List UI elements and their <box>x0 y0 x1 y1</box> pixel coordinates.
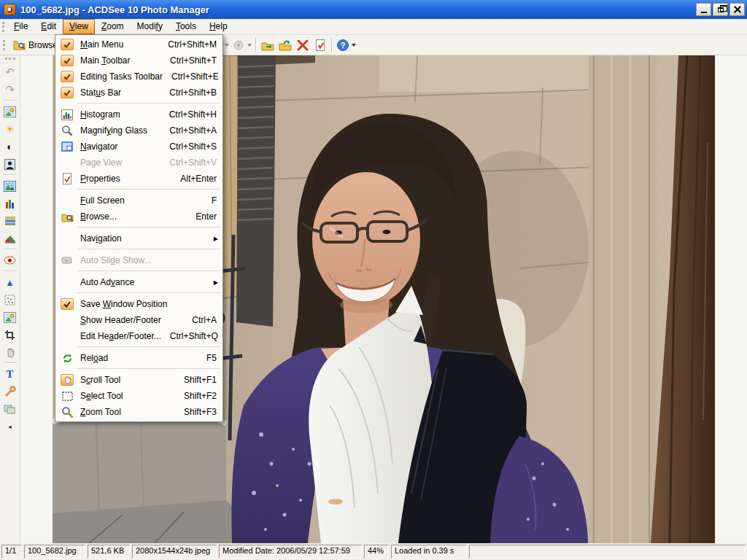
menu-view[interactable]: View <box>63 19 95 34</box>
menu-item-zoom-tool[interactable]: Zoom Tool Shift+F3 <box>55 404 222 420</box>
menu-item-magnifying-glass[interactable]: Magnifying Glass Ctrl+Shift+A <box>55 122 222 139</box>
menu-item-properties[interactable]: Properties Alt+Enter <box>55 171 222 187</box>
color-photo-button[interactable] <box>2 178 18 194</box>
menu-item-auto-slide-show[interactable]: Auto Slide Show... <box>55 252 222 268</box>
navigator-icon <box>61 141 73 152</box>
menu-separator <box>77 249 220 249</box>
redo-button[interactable]: ↷ <box>2 82 18 98</box>
restore-button[interactable] <box>713 3 728 16</box>
portrait-icon <box>4 159 15 170</box>
sidebar-separator <box>4 249 17 250</box>
status-filesize: 521,6 KB <box>88 545 130 559</box>
red-eye-button[interactable] <box>2 252 18 268</box>
acdsee-logo-icon[interactable] <box>4 4 16 15</box>
copy-to-folder-icon <box>261 39 274 52</box>
menu-item-auto-advance[interactable]: Auto Advance ▶ <box>55 274 222 290</box>
menubar-grip[interactable] <box>2 22 4 32</box>
status-filename: 100_5682.jpg <box>24 545 85 559</box>
histogram-icon <box>61 109 73 120</box>
menu-separator <box>77 103 220 104</box>
levels-button[interactable] <box>2 213 18 229</box>
properties-button[interactable] <box>311 36 329 54</box>
text-icon: T <box>6 368 13 381</box>
properties-icon <box>314 39 327 52</box>
menu-tools[interactable]: Tools <box>169 19 203 34</box>
dropdown-caret-icon <box>247 44 252 49</box>
minimize-icon <box>701 12 707 13</box>
status-zoom-level: 44% <box>364 545 389 559</box>
sidebar-separator <box>4 174 17 176</box>
tools-button[interactable] <box>2 384 18 400</box>
redo-icon: ↷ <box>5 83 15 96</box>
menu-item-reload[interactable]: Reload F5 <box>55 350 222 366</box>
auto-fix-button[interactable] <box>2 104 18 120</box>
menu-separator <box>77 292 220 293</box>
pan-button[interactable] <box>2 344 18 360</box>
menu-file[interactable]: File <box>7 19 34 34</box>
delete-icon <box>296 39 309 52</box>
portrait-button[interactable] <box>2 156 18 172</box>
menu-item-histogram[interactable]: Histogram Ctrl+Shift+H <box>55 106 222 122</box>
color-bars-icon <box>4 198 15 209</box>
slideshow-icon <box>232 39 245 52</box>
move-to-folder-button[interactable] <box>276 36 294 54</box>
close-button[interactable] <box>729 3 745 16</box>
curves-button[interactable] <box>2 230 18 246</box>
sharpen-button[interactable]: ▲ <box>2 274 18 290</box>
undo-button[interactable]: ↶ <box>2 64 18 80</box>
brightness-icon: ☀ <box>5 123 15 135</box>
window-title: 100_5682.jpg - ACDSee 10 Photo Manager <box>20 4 692 15</box>
menu-modify[interactable]: Modify <box>131 19 169 34</box>
noise-button[interactable] <box>2 292 18 308</box>
menu-item-navigation[interactable]: Navigation ▶ <box>55 230 222 246</box>
status-modified-date: Modified Date: 2006/05/29 12:57:59 <box>219 545 362 559</box>
menu-item-page-view[interactable]: Page View Ctrl+Shift+V <box>55 155 222 171</box>
contrast-icon: ◐ <box>7 141 12 152</box>
delete-button[interactable] <box>294 36 311 54</box>
menu-item-edit-header-footer[interactable]: Edit Header/Footer... Ctrl+Shift+Q <box>55 328 222 344</box>
status-bar: 1/1 100_5682.jpg 521,6 KB 2080x1544x24b … <box>0 543 747 560</box>
sidebar-grip[interactable] <box>5 58 15 60</box>
status-filler <box>469 545 746 559</box>
title-bar[interactable]: 100_5682.jpg - ACDSee 10 Photo Manager <box>0 0 747 19</box>
toolbar-grip[interactable] <box>3 40 5 50</box>
menu-item-show-header-footer[interactable]: Show Header/Footer Ctrl+A <box>55 312 222 328</box>
sharpen-icon: ▲ <box>5 277 15 288</box>
minimize-button[interactable] <box>696 3 711 16</box>
menu-item-full-screen[interactable]: Full Screen F <box>55 192 222 209</box>
menu-item-browse[interactable]: Browse... Enter <box>55 209 222 225</box>
menu-item-select-tool[interactable]: Select Tool Shift+F2 <box>55 388 222 404</box>
view-menu-popup: Main Menu Ctrl+Shift+M Main Toolbar Ctrl… <box>55 34 223 422</box>
copy-to-folder-button[interactable] <box>259 36 276 54</box>
menu-item-editing-tasks-toolbar[interactable]: Editing Tasks Toolbar Ctrl+Shift+E <box>55 69 222 85</box>
text-button[interactable]: T <box>2 366 18 382</box>
crop-button[interactable] <box>2 327 18 343</box>
sidebar-separator <box>4 100 17 101</box>
menu-item-scroll-tool[interactable]: Scroll Tool Shift+F1 <box>55 372 222 388</box>
checkmark-icon <box>61 298 74 310</box>
photos-icon <box>4 404 16 415</box>
toolbar-separator <box>331 38 333 52</box>
menu-separator <box>77 368 220 369</box>
contrast-button[interactable]: ◐ <box>2 139 18 155</box>
collapse-button[interactable]: ◂ <box>2 419 18 435</box>
menu-item-main-menu[interactable]: Main Menu Ctrl+Shift+M <box>55 36 222 52</box>
help-button[interactable]: ? <box>335 36 357 54</box>
status-dimensions: 2080x1544x24b jpeg <box>132 545 217 559</box>
slideshow-button[interactable] <box>231 36 253 54</box>
menu-item-main-toolbar[interactable]: Main Toolbar Ctrl+Shift+T <box>55 52 222 69</box>
color-photo-icon <box>4 181 16 192</box>
menu-help[interactable]: Help <box>203 19 234 34</box>
menu-item-status-bar[interactable]: Status Bar Ctrl+Shift+B <box>55 85 222 101</box>
menu-item-save-window-position[interactable]: Save Window Position <box>55 296 222 312</box>
select-tool-icon <box>62 392 73 401</box>
collapse-icon: ◂ <box>8 423 12 430</box>
photos-button[interactable] <box>2 401 18 417</box>
scroll-tool-icon <box>61 374 74 386</box>
resize-button[interactable] <box>2 309 18 325</box>
menu-zoom[interactable]: Zoom <box>95 19 131 34</box>
menu-item-navigator[interactable]: Navigator Ctrl+Shift+S <box>55 139 222 155</box>
menu-edit[interactable]: Edit <box>34 19 63 34</box>
color-bars-button[interactable] <box>2 195 18 211</box>
brightness-button[interactable]: ☀ <box>2 121 18 137</box>
